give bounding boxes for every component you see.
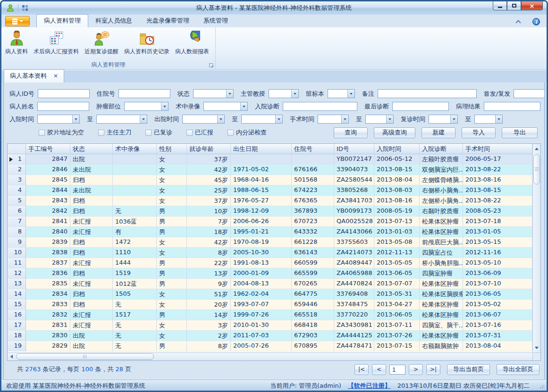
column-header[interactable]: 就诊年龄 <box>187 144 231 154</box>
tab-close-icon[interactable]: ✕ <box>53 73 58 79</box>
close-button[interactable]: × <box>521 1 543 10</box>
table-row[interactable]: 152833归档无女20岁1993-07-0765944633748475201… <box>8 300 532 310</box>
intraop-video-select[interactable] <box>203 102 248 111</box>
table-cell <box>113 165 157 175</box>
collapse-ribbon-icon[interactable] <box>515 20 521 25</box>
table-row[interactable]: 82840未汇报有男18岁1995-01-21643332ZA414306620… <box>8 227 532 237</box>
vertical-scrollbar[interactable] <box>532 144 540 352</box>
postop-report-data-button[interactable]: 术后病人汇报资料 <box>31 29 82 57</box>
patient-data-button[interactable]: 病人资料 <box>2 29 31 57</box>
status-select[interactable] <box>193 89 234 98</box>
dialog-launcher-icon[interactable] <box>209 63 213 67</box>
table-row[interactable]: 42844未出院女25岁1988-06-15674223338052682013… <box>8 185 532 196</box>
table-row[interactable]: 162832未汇报1517男14岁1999-07-266655183377022… <box>8 310 532 320</box>
column-header[interactable]: ID号 <box>334 144 374 154</box>
column-header[interactable]: 手工编号 <box>26 144 70 154</box>
table-row[interactable]: 112837未汇报1444男22岁1991-08-13660599ZA40894… <box>8 258 532 268</box>
patient-id-input[interactable] <box>38 89 90 98</box>
table-row[interactable]: 52843归档女37岁1976-05-27676365ZA38417032013… <box>8 196 532 206</box>
film-address-empty-checkbox[interactable] <box>39 130 45 136</box>
column-header[interactable]: 入院时间 <box>374 144 420 154</box>
column-header[interactable]: 性别 <box>157 144 187 154</box>
patient-table: 手工编号状态术中录像性别就诊年龄出生日期住院号ID号入院时间入院诊断手术时间 1… <box>7 143 541 361</box>
table-row[interactable]: 192829出院无男8岁2005-07-26670895ZA4478471201… <box>8 341 532 351</box>
new-button[interactable]: 新建 <box>422 127 455 138</box>
inpatient-no-input[interactable] <box>118 89 170 98</box>
specimen-select[interactable] <box>328 89 355 98</box>
column-header[interactable]: 手术时间 <box>463 144 532 154</box>
column-header[interactable]: 状态 <box>70 144 113 154</box>
resize-grip[interactable] <box>540 384 544 389</box>
scroll-up-icon[interactable] <box>533 145 540 152</box>
surgery-date-from[interactable] <box>318 115 349 124</box>
horizontal-scroll-thumb[interactable] <box>16 353 154 360</box>
patient-name-input[interactable] <box>37 102 89 111</box>
professor-select[interactable] <box>269 89 299 98</box>
column-header[interactable]: 入院诊断 <box>420 144 463 154</box>
table-row[interactable]: 122836归档1519男13岁2000-01-09665599ZA406598… <box>8 268 532 279</box>
admission-date-to[interactable] <box>96 115 147 124</box>
page-number-input[interactable] <box>389 365 405 375</box>
endocrine-exam-checkbox[interactable] <box>228 130 234 136</box>
vertical-scroll-thumb[interactable] <box>533 154 540 184</box>
revisit-date-to[interactable] <box>474 115 503 124</box>
ribbon-tab-system-management[interactable]: 系统管理 <box>196 15 235 27</box>
discharge-date-to[interactable] <box>241 115 283 124</box>
admission-diagnosis-input[interactable] <box>283 102 357 111</box>
table-row[interactable]: 132835未汇报1012蓝男9岁2004-08-13670265ZA44708… <box>8 279 532 289</box>
prev-page-button[interactable]: < <box>372 364 386 375</box>
info-icon[interactable]: i <box>532 18 540 25</box>
chevron-down-icon <box>344 118 346 120</box>
tumor-site-select[interactable] <box>124 102 169 111</box>
final-diagnosis-input[interactable] <box>392 102 449 111</box>
doc-tab-patient-basic-data[interactable]: 病人基本资料 ✕ <box>4 69 64 83</box>
surgery-date-to[interactable] <box>365 115 394 124</box>
minimize-button[interactable] <box>493 1 507 10</box>
pathology-result-input[interactable] <box>484 102 540 111</box>
column-header[interactable]: 住院号 <box>292 144 334 154</box>
ribbon-tab-patient-management[interactable]: 病人资料管理 <box>36 14 88 27</box>
table-row[interactable]: 22846未出院女42岁1971-05-02676166339040732013… <box>8 165 532 175</box>
export-current-page-button[interactable]: 导出当前页 <box>447 364 490 375</box>
advanced-query-button[interactable]: 高级查询 <box>374 127 415 138</box>
chief-surgeon-checkbox[interactable] <box>98 130 104 136</box>
table-row[interactable]: 72841未汇报1036蓝男7岁2006-06-26670723QA002552… <box>8 217 532 227</box>
query-button[interactable]: 查询 <box>334 127 368 138</box>
horizontal-scrollbar[interactable] <box>8 352 532 360</box>
column-header[interactable]: 出生日期 <box>231 144 292 154</box>
patient-report-button[interactable]: 病人数据报表 <box>172 29 212 57</box>
table-row[interactable]: 32845归档女45岁1968-04-16501568ZA25805442013… <box>8 175 532 185</box>
table-cell: 2013-08-03 <box>374 185 420 196</box>
next-page-button[interactable]: > <box>409 364 423 375</box>
export-all-pages-button[interactable]: 导出全部页 <box>497 364 540 375</box>
patient-history-button[interactable]: 病人资料历史记录 <box>121 29 172 57</box>
discharge-date-from[interactable] <box>182 115 225 124</box>
revisit-reminder-button[interactable]: 近期复诊提醒 <box>82 29 121 57</box>
revisit-date-from[interactable] <box>429 115 458 124</box>
reported-checkbox[interactable] <box>186 130 193 136</box>
import-button[interactable]: 导入 <box>462 127 496 138</box>
last-page-button[interactable]: >| <box>426 364 440 375</box>
table-row[interactable]: 62842归档无男10岁1998-12-09367893YB0099173200… <box>8 206 532 217</box>
revisited-checkbox[interactable] <box>145 130 152 136</box>
scroll-left-icon[interactable] <box>8 353 15 360</box>
ribbon-tab-staff-info[interactable]: 科室人员信息 <box>88 15 139 27</box>
table-row[interactable]: 182830出院无女2岁2011-07-03672903ZA4444125201… <box>8 331 532 341</box>
software-registered-link[interactable]: 【软件已注册】 <box>348 382 391 390</box>
first-recurrence-select[interactable] <box>514 89 545 98</box>
table-cell: 2831 <box>26 320 70 331</box>
table-row[interactable]: 92839归档1472女42岁1970-08-19661228337556032… <box>8 237 532 248</box>
application-menu-button[interactable] <box>5 16 30 26</box>
export-button[interactable]: 导出 <box>502 127 538 138</box>
table-row[interactable]: 12847出院女37岁YB00721472006-05-12左额叶胶质瘤2006… <box>8 154 532 165</box>
first-page-button[interactable]: |< <box>354 364 369 375</box>
admission-date-from[interactable] <box>37 115 80 124</box>
ribbon-tab-disc-management[interactable]: 光盘录像带管理 <box>139 15 196 27</box>
remark-input[interactable] <box>378 89 477 98</box>
column-header[interactable]: 术中录像 <box>113 144 157 154</box>
table-row[interactable]: 102838归档1110女8岁2005-10-30636143ZA4214073… <box>8 248 532 258</box>
scroll-down-icon[interactable] <box>533 344 540 351</box>
table-row[interactable]: 172831未汇报无女3岁2010-01-30668418ZA343098120… <box>8 320 532 331</box>
maximize-button[interactable] <box>507 1 521 10</box>
table-row[interactable]: 142834归档1505女51岁1962-02-0466477533769408… <box>8 289 532 300</box>
